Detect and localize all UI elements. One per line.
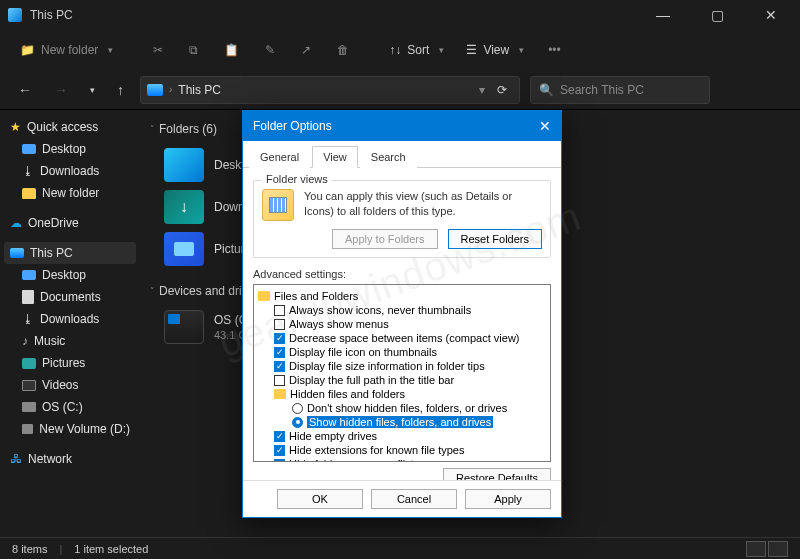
restore-defaults-button[interactable]: Restore Defaults xyxy=(443,468,551,480)
tree-always-menus[interactable]: Always show menus xyxy=(256,317,548,331)
close-button[interactable]: ✕ xyxy=(756,7,786,23)
sidebar-videos[interactable]: Videos xyxy=(4,374,136,396)
checkbox-checked[interactable]: ✓ xyxy=(274,361,285,372)
folder-icon xyxy=(274,389,286,399)
more-button[interactable]: ••• xyxy=(538,39,571,61)
tree-file-size-tips[interactable]: ✓Display file size information in folder… xyxy=(256,359,548,373)
checkbox[interactable] xyxy=(274,375,285,386)
dialog-titlebar[interactable]: Folder Options ✕ xyxy=(243,111,561,141)
dialog-footer: OK Cancel Apply xyxy=(243,480,561,517)
paste-button[interactable]: 📋 xyxy=(214,39,249,61)
copy-button[interactable]: ⧉ xyxy=(179,39,208,61)
folder-views-group: Folder views You can apply this view (su… xyxy=(253,180,551,258)
network-icon: 🖧 xyxy=(10,452,22,466)
view-details-button[interactable] xyxy=(746,541,766,557)
checkbox-checked[interactable]: ✓ xyxy=(274,445,285,456)
dialog-tabs: General View Search xyxy=(243,141,561,168)
chevron-down-icon: ▾ xyxy=(439,45,444,55)
sidebar-pictures[interactable]: Pictures xyxy=(4,352,136,374)
sidebar-quick-access[interactable]: ★Quick access xyxy=(4,116,136,138)
tree-hide-empty[interactable]: ✓Hide empty drives xyxy=(256,429,548,443)
new-folder-button[interactable]: 📁 New folder ▾ xyxy=(12,39,121,61)
up-button[interactable]: ↑ xyxy=(111,78,130,102)
sidebar-desktop[interactable]: Desktop xyxy=(4,138,136,160)
sidebar-new-folder[interactable]: New folder xyxy=(4,182,136,204)
tree-file-icon-thumb[interactable]: ✓Display file icon on thumbnails xyxy=(256,345,548,359)
desktop-icon xyxy=(22,144,36,154)
sidebar-osc[interactable]: OS (C:) xyxy=(4,396,136,418)
sidebar-this-pc[interactable]: This PC xyxy=(4,242,136,264)
rename-button[interactable]: ✎ xyxy=(255,39,285,61)
checkbox-checked[interactable]: ✓ xyxy=(274,347,285,358)
sort-button[interactable]: ↑↓ Sort ▾ xyxy=(381,39,452,61)
sidebar-downloads2[interactable]: ⭳Downloads xyxy=(4,308,136,330)
breadcrumb-location[interactable]: This PC xyxy=(178,83,221,97)
tree-files-folders[interactable]: Files and Folders xyxy=(256,289,548,303)
apply-to-folders-button[interactable]: Apply to Folders xyxy=(332,229,437,249)
tree-always-icons[interactable]: Always show icons, never thumbnails xyxy=(256,303,548,317)
maximize-button[interactable]: ▢ xyxy=(702,7,732,23)
checkbox-checked[interactable]: ✓ xyxy=(274,459,285,463)
tree-show-hidden[interactable]: Show hidden files, folders, and drives xyxy=(256,415,548,429)
cloud-icon: ☁ xyxy=(10,216,22,230)
forward-button[interactable]: → xyxy=(48,78,74,102)
pictures-icon xyxy=(164,232,204,266)
sidebar-newvol[interactable]: New Volume (D:) xyxy=(4,418,136,440)
tree-hidden-folder[interactable]: Hidden files and folders xyxy=(256,387,548,401)
sidebar-network[interactable]: 🖧Network xyxy=(4,448,136,470)
folder-icon xyxy=(22,188,36,199)
search-placeholder: Search This PC xyxy=(560,83,644,97)
ok-button[interactable]: OK xyxy=(277,489,363,509)
pc-icon xyxy=(10,248,24,258)
window-title: This PC xyxy=(30,8,73,22)
tab-view[interactable]: View xyxy=(312,146,358,168)
sort-label: Sort xyxy=(407,43,429,57)
checkbox-checked[interactable]: ✓ xyxy=(274,431,285,442)
recent-dropdown[interactable]: ▾ xyxy=(84,81,101,99)
tree-hide-extensions[interactable]: ✓Hide extensions for known file types xyxy=(256,443,548,457)
minimize-button[interactable]: — xyxy=(648,7,678,23)
radio[interactable] xyxy=(292,403,303,414)
refresh-button[interactable]: ⟳ xyxy=(491,83,513,97)
sidebar-onedrive[interactable]: ☁OneDrive xyxy=(4,212,136,234)
delete-button[interactable]: 🗑 xyxy=(327,39,359,61)
sidebar-documents[interactable]: Documents xyxy=(4,286,136,308)
share-button[interactable]: ↗ xyxy=(291,39,321,61)
navbar: ← → ▾ ↑ › This PC ▾ ⟳ 🔍 Search This PC xyxy=(0,70,800,110)
tree-compact-view[interactable]: ✓Decrease space between items (compact v… xyxy=(256,331,548,345)
star-icon: ★ xyxy=(10,120,21,134)
apply-button[interactable]: Apply xyxy=(465,489,551,509)
view-button[interactable]: ☰ View ▾ xyxy=(458,39,532,61)
checkbox[interactable] xyxy=(274,319,285,330)
folder-plus-icon: 📁 xyxy=(20,43,35,57)
dropdown-icon[interactable]: ▾ xyxy=(479,83,485,97)
desktop-icon xyxy=(164,148,204,182)
view-label: View xyxy=(483,43,509,57)
tab-search[interactable]: Search xyxy=(360,146,417,168)
reset-folders-button[interactable]: Reset Folders xyxy=(448,229,542,249)
search-box[interactable]: 🔍 Search This PC xyxy=(530,76,710,104)
sidebar-music[interactable]: ♪Music xyxy=(4,330,136,352)
cancel-button[interactable]: Cancel xyxy=(371,489,457,509)
checkbox-checked[interactable]: ✓ xyxy=(274,333,285,344)
dialog-title: Folder Options xyxy=(253,119,332,133)
cut-button[interactable]: ✂ xyxy=(143,39,173,61)
app-icon xyxy=(8,8,22,22)
view-tiles-button[interactable] xyxy=(768,541,788,557)
radio-checked[interactable] xyxy=(292,417,303,428)
tree-hide-merge[interactable]: ✓Hide folder merge conflicts xyxy=(256,457,548,462)
tree-dont-show-hidden[interactable]: Don't show hidden files, folders, or dri… xyxy=(256,401,548,415)
address-bar[interactable]: › This PC ▾ ⟳ xyxy=(140,76,520,104)
chevron-down-icon: ˅ xyxy=(150,286,155,296)
tab-general[interactable]: General xyxy=(249,146,310,168)
back-button[interactable]: ← xyxy=(12,78,38,102)
sidebar-downloads[interactable]: ⭳Downloads xyxy=(4,160,136,182)
advanced-settings-tree[interactable]: Files and Folders Always show icons, nev… xyxy=(253,284,551,462)
sidebar: ★Quick access Desktop ⭳Downloads New fol… xyxy=(0,110,140,537)
sidebar-desktop2[interactable]: Desktop xyxy=(4,264,136,286)
chevron-down-icon: ▾ xyxy=(108,45,113,55)
dialog-close-button[interactable]: ✕ xyxy=(539,118,551,134)
checkbox[interactable] xyxy=(274,305,285,316)
tree-full-path-title[interactable]: Display the full path in the title bar xyxy=(256,373,548,387)
view-icon: ☰ xyxy=(466,43,477,57)
